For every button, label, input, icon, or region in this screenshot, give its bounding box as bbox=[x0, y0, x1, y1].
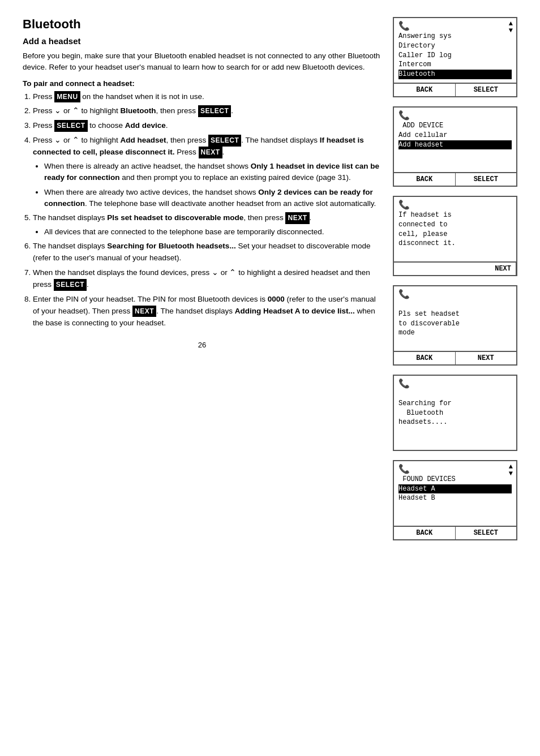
step-5: The handset displays Pls set headset to … bbox=[33, 212, 382, 238]
step-2: Press ⌄ or ⌃ to highlight Bluetooth, the… bbox=[33, 105, 382, 117]
device-screen-4: 📞 Pls set headset to discoverable mode B… bbox=[393, 285, 517, 366]
arrow-down-1: ▼ bbox=[509, 27, 513, 34]
device-screen-5: 📞 Searching for Bluetooth headsets.... bbox=[393, 375, 517, 451]
select-key-7: SELECT bbox=[54, 279, 87, 291]
screen-5-line-5 bbox=[398, 437, 512, 446]
step-1: Press MENU on the handset when it is not… bbox=[33, 91, 382, 103]
step-3-text: Press SELECT to choose Add device. bbox=[33, 121, 168, 130]
select-key-3: SELECT bbox=[54, 120, 87, 132]
screen-2-back-btn[interactable]: BACK bbox=[394, 173, 456, 186]
screen-4-line-2: to discoverable bbox=[398, 319, 512, 329]
screen-1-display: 📞 ▲ ▼ Answering sys Directory Caller ID … bbox=[393, 17, 517, 84]
step-2-text: Press ⌄ or ⌃ to highlight Bluetooth, the… bbox=[33, 106, 233, 115]
screen-4-next-btn[interactable]: NEXT bbox=[456, 352, 517, 364]
screen-1-back-btn[interactable]: BACK bbox=[394, 84, 456, 96]
screen-2-buttons: BACK SELECT bbox=[393, 173, 517, 187]
screen-6-line-4 bbox=[398, 503, 512, 513]
arrow-down-6: ▼ bbox=[509, 470, 513, 477]
screen-6-line-5 bbox=[398, 513, 512, 522]
menu-key: MENU bbox=[54, 91, 80, 103]
step-5-bullets: All devices that are connected to the te… bbox=[33, 226, 382, 238]
handset-icon-2: 📞 bbox=[398, 110, 410, 121]
screen-1-line-4: Intercom bbox=[398, 60, 512, 70]
screen-4-buttons: BACK NEXT bbox=[393, 352, 517, 366]
step-8: Enter the PIN of your headset. The PIN f… bbox=[33, 294, 382, 329]
step-7-text: When the handset displays the found devi… bbox=[33, 268, 370, 289]
screen-2-body: ADD DEVICE Add cellular Add headset bbox=[398, 121, 512, 169]
page-title: Bluetooth bbox=[23, 17, 382, 32]
screen-6-body: FOUND DEVICES Headset A Headset B bbox=[398, 475, 512, 522]
screen-2-display: 📞 ADD DEVICE Add cellular Add headset bbox=[393, 106, 517, 173]
right-column: 📞 ▲ ▼ Answering sys Directory Caller ID … bbox=[393, 17, 517, 540]
section-heading: Add a headset bbox=[23, 36, 382, 46]
screen-2-line-2: Add cellular bbox=[398, 131, 512, 140]
screen-5-line-4 bbox=[398, 427, 512, 437]
screen-6-select-btn[interactable]: SELECT bbox=[456, 527, 517, 539]
screen-2-select-btn[interactable]: SELECT bbox=[456, 173, 517, 186]
select-key-2: SELECT bbox=[198, 105, 231, 117]
screen-5-line-3: headsets.... bbox=[398, 418, 512, 427]
page-wrapper: Bluetooth Add a headset Before you begin… bbox=[23, 17, 517, 540]
step-5-bullet-1: All devices that are connected to the te… bbox=[44, 226, 382, 238]
screen-2-line-4 bbox=[398, 149, 512, 159]
screen-1-line-5: Bluetooth bbox=[398, 70, 512, 79]
step-4-bullets: When there is already an active headset,… bbox=[33, 161, 382, 209]
handset-icon-3: 📞 bbox=[398, 199, 410, 211]
screen-6-line-1: FOUND DEVICES bbox=[398, 475, 512, 484]
step-6-text: The handset displays Searching for Bluet… bbox=[33, 242, 371, 262]
next-key-5: NEXT bbox=[285, 212, 309, 224]
screen-5-display: 📞 Searching for Bluetooth headsets.... bbox=[393, 375, 517, 451]
screen-6-display: 📞 ▲ ▼ FOUND DEVICES Headset A Headset B bbox=[393, 460, 517, 527]
step-4: Press ⌄ or ⌃ to highlight Add headset, t… bbox=[33, 135, 382, 209]
screen-6-line-2: Headset A bbox=[398, 484, 512, 494]
screen-3-next-btn[interactable]: NEXT bbox=[394, 263, 516, 275]
screen-4-line-1: Pls set headset bbox=[398, 310, 512, 319]
screen-3-line-5 bbox=[398, 248, 512, 258]
step-1-text: Press MENU on the handset when it is not… bbox=[33, 92, 204, 101]
page-number: 26 bbox=[23, 341, 382, 349]
screen-4-line-3: mode bbox=[398, 328, 512, 338]
step-4-bullet-1: When there is already an active headset,… bbox=[44, 161, 382, 184]
screen-3-line-1: If headset is bbox=[398, 211, 512, 220]
screen-5-line-1: Searching for bbox=[398, 399, 512, 409]
screen-1-line-1: Answering sys bbox=[398, 32, 512, 41]
screen-4-line-0 bbox=[398, 300, 512, 310]
screen-4-back-btn[interactable]: BACK bbox=[394, 352, 456, 364]
screen-3-buttons: NEXT bbox=[393, 263, 517, 276]
subheading: To pair and connect a headset: bbox=[23, 79, 382, 88]
screen-4-display: 📞 Pls set headset to discoverable mode bbox=[393, 285, 517, 352]
select-key-4: SELECT bbox=[208, 135, 241, 147]
screen-2-line-3: Add headset bbox=[398, 140, 512, 150]
left-column: Bluetooth Add a headset Before you begin… bbox=[23, 17, 393, 540]
handset-icon-4: 📞 bbox=[398, 289, 410, 300]
arrow-up-6: ▲ bbox=[509, 463, 513, 470]
step-4-bullet-2: When there are already two active device… bbox=[44, 187, 382, 210]
next-key-8: NEXT bbox=[132, 306, 156, 317]
screen-5-body: Searching for Bluetooth headsets.... bbox=[398, 389, 512, 446]
screen-1-line-2: Directory bbox=[398, 41, 512, 51]
device-screen-1: 📞 ▲ ▼ Answering sys Directory Caller ID … bbox=[393, 17, 517, 97]
steps-list: Press MENU on the handset when it is not… bbox=[23, 91, 382, 329]
step-8-text: Enter the PIN of your headset. The PIN f… bbox=[33, 295, 376, 327]
device-screen-2: 📞 ADD DEVICE Add cellular Add headset BA… bbox=[393, 106, 517, 187]
screen-1-body: Answering sys Directory Caller ID log In… bbox=[398, 32, 512, 79]
step-3: Press SELECT to choose Add device. bbox=[33, 120, 382, 132]
step-7: When the handset displays the found devi… bbox=[33, 267, 382, 291]
screen-6-buttons: BACK SELECT bbox=[393, 527, 517, 540]
screen-3-line-2: connected to bbox=[398, 220, 512, 230]
intro-paragraph: Before you begin, make sure that your Bl… bbox=[23, 50, 382, 74]
device-screen-6: 📞 ▲ ▼ FOUND DEVICES Headset A Headset B … bbox=[393, 460, 517, 540]
screen-6-line-3: Headset B bbox=[398, 493, 512, 503]
step-5-text: The handset displays Pls set headset to … bbox=[33, 213, 311, 222]
screen-3-body: If headset is connected to cell, please … bbox=[398, 211, 512, 258]
step-4-text: Press ⌄ or ⌃ to highlight Add headset, t… bbox=[33, 136, 364, 156]
screen-1-line-3: Caller ID log bbox=[398, 51, 512, 61]
screen-6-back-btn[interactable]: BACK bbox=[394, 527, 456, 539]
device-screen-3: 📞 If headset is connected to cell, pleas… bbox=[393, 196, 517, 276]
screen-4-line-4 bbox=[398, 338, 512, 347]
handset-icon-6: 📞 bbox=[398, 463, 410, 475]
screen-1-select-btn[interactable]: SELECT bbox=[456, 84, 517, 96]
screen-3-line-3: cell, please bbox=[398, 230, 512, 239]
handset-icon-1: 📞 bbox=[398, 20, 410, 32]
screen-2-line-5 bbox=[398, 159, 512, 169]
